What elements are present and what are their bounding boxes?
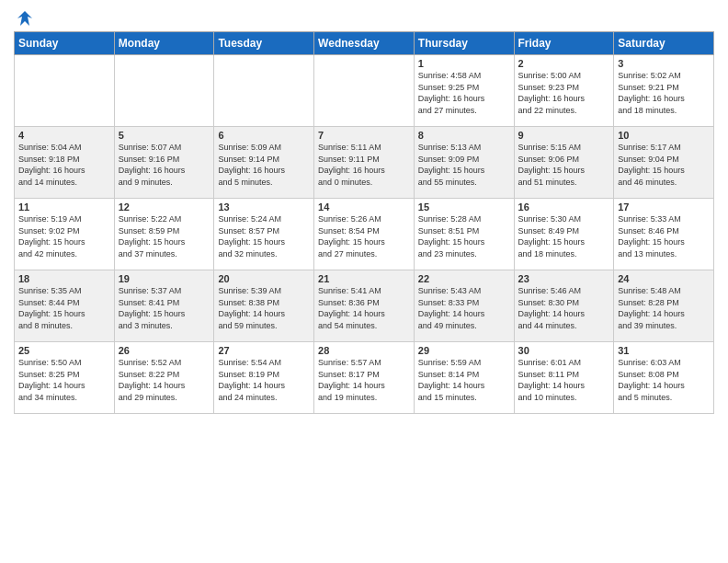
day-number: 8 [418, 130, 510, 141]
day-info: Sunrise: 5:15 AM Sunset: 9:06 PM Dayligh… [518, 142, 610, 188]
day-info: Sunrise: 5:04 AM Sunset: 9:18 PM Dayligh… [18, 142, 110, 188]
day-cell [314, 55, 415, 127]
day-info: Sunrise: 6:01 AM Sunset: 8:11 PM Dayligh… [518, 357, 610, 403]
day-info: Sunrise: 5:26 AM Sunset: 8:54 PM Dayligh… [318, 213, 410, 259]
day-number: 4 [18, 130, 110, 141]
day-cell [15, 55, 115, 127]
day-info: Sunrise: 5:11 AM Sunset: 9:11 PM Dayligh… [318, 142, 410, 188]
week-row-3: 11Sunrise: 5:19 AM Sunset: 9:02 PM Dayli… [15, 199, 714, 270]
day-info: Sunrise: 5:17 AM Sunset: 9:04 PM Dayligh… [618, 142, 710, 188]
day-info: Sunrise: 5:39 AM Sunset: 8:38 PM Dayligh… [218, 285, 310, 331]
day-info: Sunrise: 5:50 AM Sunset: 8:25 PM Dayligh… [18, 357, 110, 403]
day-number: 3 [618, 58, 710, 69]
day-number: 6 [218, 130, 310, 141]
day-number: 10 [618, 130, 710, 141]
header-row: SundayMondayTuesdayWednesdayThursdayFrid… [15, 32, 714, 55]
day-info: Sunrise: 5:24 AM Sunset: 8:57 PM Dayligh… [218, 213, 310, 259]
calendar: SundayMondayTuesdayWednesdayThursdayFrid… [14, 31, 714, 414]
day-header-sunday: Sunday [15, 32, 115, 55]
day-number: 28 [318, 345, 410, 356]
day-cell: 4Sunrise: 5:04 AM Sunset: 9:18 PM Daylig… [15, 127, 115, 199]
day-number: 18 [18, 273, 110, 284]
day-number: 5 [119, 130, 210, 141]
day-number: 27 [218, 345, 310, 356]
day-number: 26 [119, 345, 210, 356]
day-number: 24 [618, 273, 710, 284]
day-info: Sunrise: 5:00 AM Sunset: 9:23 PM Dayligh… [518, 70, 610, 116]
day-cell: 14Sunrise: 5:26 AM Sunset: 8:54 PM Dayli… [314, 199, 415, 270]
page: SundayMondayTuesdayWednesdayThursdayFrid… [0, 0, 728, 563]
day-info: Sunrise: 5:48 AM Sunset: 8:28 PM Dayligh… [618, 285, 710, 331]
day-info: Sunrise: 5:19 AM Sunset: 9:02 PM Dayligh… [18, 213, 110, 259]
day-cell: 7Sunrise: 5:11 AM Sunset: 9:11 PM Daylig… [314, 127, 415, 199]
day-cell: 2Sunrise: 5:00 AM Sunset: 9:23 PM Daylig… [514, 55, 614, 127]
day-number: 31 [618, 345, 710, 356]
logo [14, 9, 34, 24]
day-info: Sunrise: 5:54 AM Sunset: 8:19 PM Dayligh… [218, 357, 310, 403]
day-cell: 22Sunrise: 5:43 AM Sunset: 8:33 PM Dayli… [414, 270, 514, 342]
week-row-2: 4Sunrise: 5:04 AM Sunset: 9:18 PM Daylig… [15, 127, 714, 199]
day-cell: 30Sunrise: 6:01 AM Sunset: 8:11 PM Dayli… [514, 342, 614, 414]
day-cell: 26Sunrise: 5:52 AM Sunset: 8:22 PM Dayli… [114, 342, 214, 414]
day-number: 11 [18, 201, 110, 213]
day-info: Sunrise: 6:03 AM Sunset: 8:08 PM Dayligh… [618, 357, 710, 403]
day-cell: 24Sunrise: 5:48 AM Sunset: 8:28 PM Dayli… [614, 270, 714, 342]
day-info: Sunrise: 5:09 AM Sunset: 9:14 PM Dayligh… [218, 142, 310, 188]
day-cell: 25Sunrise: 5:50 AM Sunset: 8:25 PM Dayli… [15, 342, 115, 414]
day-info: Sunrise: 5:28 AM Sunset: 8:51 PM Dayligh… [418, 213, 510, 259]
day-number: 25 [18, 345, 110, 356]
day-info: Sunrise: 5:46 AM Sunset: 8:30 PM Dayligh… [518, 285, 610, 331]
day-info: Sunrise: 5:43 AM Sunset: 8:33 PM Dayligh… [418, 285, 510, 331]
week-row-5: 25Sunrise: 5:50 AM Sunset: 8:25 PM Dayli… [15, 342, 714, 414]
day-cell: 5Sunrise: 5:07 AM Sunset: 9:16 PM Daylig… [114, 127, 214, 199]
day-number: 7 [318, 130, 410, 141]
day-number: 29 [418, 345, 510, 356]
day-header-thursday: Thursday [414, 32, 514, 55]
day-info: Sunrise: 5:35 AM Sunset: 8:44 PM Dayligh… [18, 285, 110, 331]
day-info: Sunrise: 5:13 AM Sunset: 9:09 PM Dayligh… [418, 142, 510, 188]
day-number: 13 [218, 201, 310, 213]
day-info: Sunrise: 5:59 AM Sunset: 8:14 PM Dayligh… [418, 357, 510, 403]
day-number: 30 [518, 345, 610, 356]
day-number: 9 [518, 130, 610, 141]
header [14, 9, 714, 24]
day-cell: 16Sunrise: 5:30 AM Sunset: 8:49 PM Dayli… [514, 199, 614, 270]
day-cell: 8Sunrise: 5:13 AM Sunset: 9:09 PM Daylig… [414, 127, 514, 199]
day-number: 20 [218, 273, 310, 284]
day-header-saturday: Saturday [614, 32, 714, 55]
day-cell: 23Sunrise: 5:46 AM Sunset: 8:30 PM Dayli… [514, 270, 614, 342]
day-cell [214, 55, 314, 127]
day-number: 1 [418, 58, 510, 69]
day-cell: 9Sunrise: 5:15 AM Sunset: 9:06 PM Daylig… [514, 127, 614, 199]
day-cell: 1Sunrise: 4:58 AM Sunset: 9:25 PM Daylig… [414, 55, 514, 127]
logo-bird-icon [16, 9, 34, 28]
day-info: Sunrise: 5:02 AM Sunset: 9:21 PM Dayligh… [618, 70, 710, 116]
day-info: Sunrise: 5:57 AM Sunset: 8:17 PM Dayligh… [318, 357, 410, 403]
day-header-tuesday: Tuesday [214, 32, 314, 55]
day-info: Sunrise: 4:58 AM Sunset: 9:25 PM Dayligh… [418, 70, 510, 116]
day-cell: 18Sunrise: 5:35 AM Sunset: 8:44 PM Dayli… [15, 270, 115, 342]
day-cell [114, 55, 214, 127]
day-number: 21 [318, 273, 410, 284]
day-cell: 20Sunrise: 5:39 AM Sunset: 8:38 PM Dayli… [214, 270, 314, 342]
day-cell: 31Sunrise: 6:03 AM Sunset: 8:08 PM Dayli… [614, 342, 714, 414]
day-info: Sunrise: 5:22 AM Sunset: 8:59 PM Dayligh… [119, 213, 210, 259]
svg-marker-0 [17, 11, 32, 26]
day-info: Sunrise: 5:52 AM Sunset: 8:22 PM Dayligh… [119, 357, 210, 403]
day-header-monday: Monday [114, 32, 214, 55]
week-row-1: 1Sunrise: 4:58 AM Sunset: 9:25 PM Daylig… [15, 55, 714, 127]
day-cell: 10Sunrise: 5:17 AM Sunset: 9:04 PM Dayli… [614, 127, 714, 199]
day-cell: 15Sunrise: 5:28 AM Sunset: 8:51 PM Dayli… [414, 199, 514, 270]
day-number: 19 [119, 273, 210, 284]
day-info: Sunrise: 5:07 AM Sunset: 9:16 PM Dayligh… [119, 142, 210, 188]
day-cell: 3Sunrise: 5:02 AM Sunset: 9:21 PM Daylig… [614, 55, 714, 127]
day-number: 23 [518, 273, 610, 284]
day-cell: 17Sunrise: 5:33 AM Sunset: 8:46 PM Dayli… [614, 199, 714, 270]
day-cell: 11Sunrise: 5:19 AM Sunset: 9:02 PM Dayli… [15, 199, 115, 270]
day-header-wednesday: Wednesday [314, 32, 415, 55]
day-cell: 13Sunrise: 5:24 AM Sunset: 8:57 PM Dayli… [214, 199, 314, 270]
day-number: 17 [618, 201, 710, 213]
day-cell: 12Sunrise: 5:22 AM Sunset: 8:59 PM Dayli… [114, 199, 214, 270]
day-info: Sunrise: 5:30 AM Sunset: 8:49 PM Dayligh… [518, 213, 610, 259]
day-cell: 19Sunrise: 5:37 AM Sunset: 8:41 PM Dayli… [114, 270, 214, 342]
